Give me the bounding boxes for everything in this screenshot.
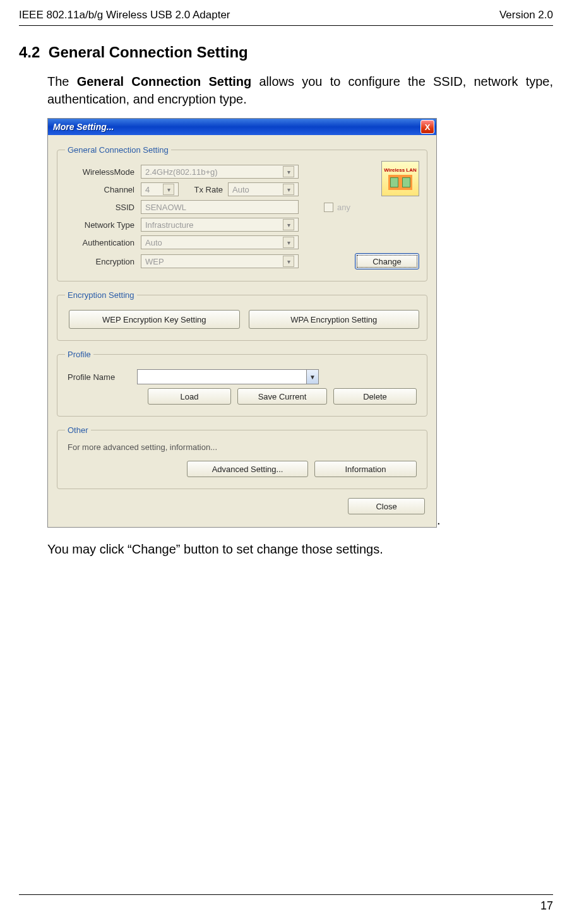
legend-profile: Profile (65, 350, 93, 359)
chevron-down-icon: ▾ (283, 237, 294, 248)
chevron-down-icon: ▾ (163, 184, 174, 195)
para1-prefix: The (47, 74, 77, 88)
select-wirelessmode[interactable]: 2.4GHz(802.11b+g) ▾ (141, 165, 299, 179)
advanced-setting-button[interactable]: Advanced Setting... (187, 461, 308, 477)
label-channel: Channel (65, 185, 141, 194)
other-hint: For more advanced setting, information..… (65, 441, 419, 457)
logo-icon (388, 175, 412, 190)
group-general-connection: General Connection Setting Wireless LAN … (57, 145, 427, 281)
close-icon[interactable]: X (420, 120, 434, 134)
page: IEEE 802.11a/b/g Wireless USB 2.0 Adapte… (0, 0, 572, 924)
footer-rule (19, 894, 553, 895)
logo-text: Wireless LAN (384, 167, 417, 173)
change-button[interactable]: Change (355, 253, 419, 270)
label-encryption: Encryption (65, 257, 141, 266)
legend-encset: Encryption Setting (65, 290, 137, 300)
select-txrate[interactable]: Auto ▾ (228, 182, 299, 196)
chevron-down-icon: ▾ (283, 184, 294, 195)
dialog-body: General Connection Setting Wireless LAN … (48, 135, 436, 527)
select-channel[interactable]: 4 ▾ (141, 182, 179, 196)
trailing-period: . (437, 513, 441, 527)
wep-key-setting-button[interactable]: WEP Encryption Key Setting (69, 310, 240, 329)
value-wirelessmode: 2.4GHz(802.11b+g) (145, 167, 218, 177)
chevron-down-icon: ▾ (283, 219, 294, 230)
close-button[interactable]: Close (348, 498, 425, 514)
screenshot-wrapper: More Setting... X General Connection Set… (47, 118, 553, 528)
legend-other: Other (65, 425, 91, 435)
wireless-lan-logo: Wireless LAN (381, 161, 419, 196)
page-number: 17 (540, 899, 553, 913)
select-networktype[interactable]: Infrastructure ▾ (141, 218, 299, 232)
chevron-down-icon: ▾ (283, 256, 294, 267)
label-any: any (337, 203, 350, 212)
value-channel: 4 (145, 185, 150, 194)
value-encryption: WEP (145, 257, 164, 266)
label-wirelessmode: WirelessMode (65, 167, 141, 177)
outro-paragraph: You may click “Change” button to set cha… (47, 540, 553, 558)
group-encryption-setting: Encryption Setting WEP Encryption Key Se… (57, 290, 427, 341)
input-ssid[interactable]: SENAOWL (141, 200, 299, 214)
checkbox-any[interactable]: any (324, 203, 350, 212)
titlebar: More Setting... X (48, 119, 436, 135)
wpa-setting-button[interactable]: WPA Encryption Setting (249, 310, 420, 329)
page-header: IEEE 802.11a/b/g Wireless USB 2.0 Adapte… (19, 9, 553, 26)
chevron-down-icon: ▼ (306, 370, 318, 384)
section-title-text: General Connection Setting (49, 44, 248, 61)
chevron-down-icon: ▾ (283, 166, 294, 177)
dialog-window: More Setting... X General Connection Set… (47, 118, 437, 528)
information-button[interactable]: Information (314, 461, 417, 477)
select-authentication[interactable]: Auto ▾ (141, 235, 299, 249)
section-heading: 4.2 General Connection Setting (19, 44, 553, 61)
checkbox-icon (324, 203, 333, 212)
value-networktype: Infrastructure (145, 220, 194, 230)
header-left: IEEE 802.11a/b/g Wireless USB 2.0 Adapte… (19, 9, 230, 21)
delete-button[interactable]: Delete (333, 388, 417, 405)
load-button[interactable]: Load (148, 388, 231, 405)
value-txrate: Auto (232, 185, 249, 194)
save-current-button[interactable]: Save Current (237, 388, 327, 405)
window-title: More Setting... (53, 122, 114, 132)
select-encryption[interactable]: WEP ▾ (141, 254, 299, 268)
label-txrate: Tx Rate (179, 185, 228, 194)
legend-gcs: General Connection Setting (65, 145, 171, 155)
label-networktype: Network Type (65, 220, 141, 230)
label-profile-name: Profile Name (65, 372, 137, 382)
para1-bold: General Connection Setting (77, 74, 252, 88)
label-authentication: Authentication (65, 238, 141, 247)
header-right: Version 2.0 (499, 9, 553, 21)
section-number: 4.2 (19, 44, 40, 61)
value-authentication: Auto (145, 238, 162, 247)
group-other: Other For more advanced setting, informa… (57, 425, 427, 489)
group-profile: Profile Profile Name ▼ Load Save Current… (57, 350, 427, 417)
intro-paragraph: The General Connection Setting allows yo… (47, 73, 553, 108)
value-ssid: SENAOWL (145, 203, 186, 212)
label-ssid: SSID (65, 203, 141, 212)
select-profile-name[interactable]: ▼ (137, 369, 319, 384)
